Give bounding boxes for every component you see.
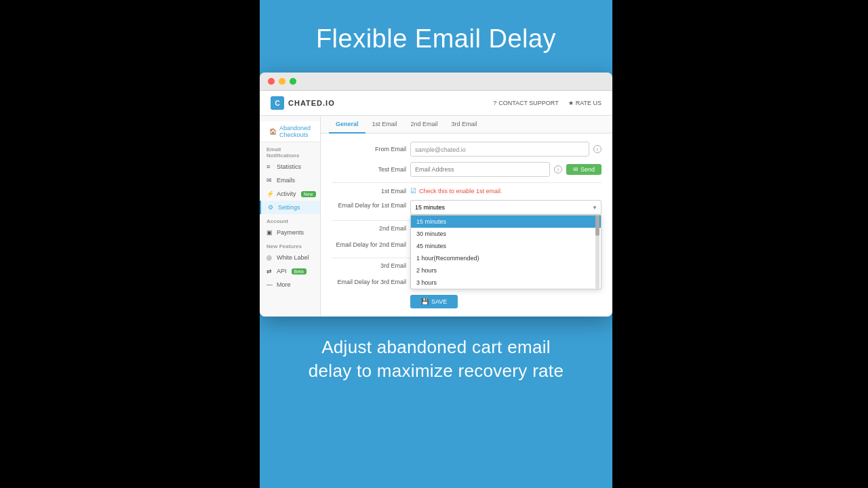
dropdown-scrollthumb <box>595 216 599 236</box>
sidebar-item-api-label: API <box>277 268 287 274</box>
dropdown-scrollbar <box>595 216 599 289</box>
activity-icon: ⚡ <box>267 190 273 197</box>
emails-icon: ✉ <box>267 177 273 184</box>
from-email-info-icon[interactable]: i <box>593 145 601 153</box>
breadcrumb: 🏠 Abandoned Checkouts <box>260 121 320 142</box>
dropdown-option-30min[interactable]: 30 minutes <box>411 228 601 240</box>
dropdown-option-1hr[interactable]: 1 hour(Recommended) <box>411 252 601 264</box>
email-delay-2nd-label: Email Delay for 2nd Email <box>332 241 406 248</box>
payments-icon: ▣ <box>267 229 273 236</box>
header-actions: ? CONTACT SUPPORT ★ RATE US <box>493 100 601 106</box>
email-delay-1st-select-wrapper: 15 minutes ▼ 15 minutes 30 minutes 45 mi… <box>410 200 601 215</box>
save-icon: 💾 <box>421 298 429 305</box>
app-body: 🏠 Abandoned Checkouts Email Notification… <box>260 116 612 317</box>
api-icon: ⇄ <box>267 268 273 274</box>
activity-badge: New <box>301 191 316 197</box>
form-area: From Email sample@chated.io i Test Email… <box>321 134 612 317</box>
sidebar-section-new-features: New Features <box>260 239 320 251</box>
delay-select-value[interactable]: 15 minutes <box>410 200 601 215</box>
first-email-label: 1st Email <box>332 188 406 195</box>
home-icon: 🏠 <box>269 128 277 135</box>
window-titlebar <box>260 73 612 91</box>
dropdown-option-2hr[interactable]: 2 hours <box>411 264 601 277</box>
sidebar-item-emails[interactable]: ✉ Emails <box>260 174 320 187</box>
second-email-label: 2nd Email <box>332 225 406 232</box>
more-icon: — <box>267 281 273 288</box>
sidebar-item-payments-label: Payments <box>277 229 304 236</box>
tab-2nd-email[interactable]: 2nd Email <box>404 116 445 134</box>
question-icon: ? <box>493 100 496 106</box>
logo-text: CHATED.IO <box>288 99 335 107</box>
api-badge: Beta <box>292 268 307 274</box>
sidebar-item-statistics-label: Statistics <box>277 163 301 170</box>
from-email-label: From Email <box>332 146 406 152</box>
delay-dropdown: 15 minutes 30 minutes 45 minutes 1 hour(… <box>410 215 601 289</box>
tab-1st-email[interactable]: 1st Email <box>366 116 404 134</box>
logo-icon: C <box>271 96 284 110</box>
app-window: C CHATED.IO ? CONTACT SUPPORT ★ RATE US … <box>260 73 612 317</box>
settings-icon: ⚙ <box>268 204 275 211</box>
sidebar-item-more[interactable]: — More <box>260 278 320 291</box>
sidebar-section-account: Account <box>260 214 320 226</box>
right-black-panel <box>612 0 868 488</box>
hero-title: Flexible Email Delay <box>302 0 570 73</box>
statistics-icon: ≡ <box>267 163 273 170</box>
contact-support-btn[interactable]: ? CONTACT SUPPORT <box>493 100 559 106</box>
sidebar-item-activity[interactable]: ⚡ Activity New <box>260 187 320 201</box>
test-email-row: Test Email i ✉ Send <box>332 162 601 177</box>
first-email-checkbox[interactable]: ☑ <box>410 187 416 195</box>
tab-general[interactable]: General <box>329 116 366 134</box>
sidebar-item-api[interactable]: ⇄ API Beta <box>260 264 320 278</box>
window-maximize-dot[interactable] <box>290 78 296 85</box>
save-button[interactable]: 💾 SAVE <box>410 295 458 308</box>
send-button[interactable]: ✉ Send <box>566 164 601 175</box>
dropdown-option-15min[interactable]: 15 minutes <box>411 216 601 228</box>
third-email-label: 3rd Email <box>332 262 406 269</box>
sidebar-item-white-label[interactable]: ◎ White Label <box>260 251 320 264</box>
test-email-label: Test Email <box>332 166 406 173</box>
sidebar: 🏠 Abandoned Checkouts Email Notification… <box>260 116 321 317</box>
from-email-row: From Email sample@chated.io i <box>332 142 601 157</box>
sidebar-item-more-label: More <box>277 281 291 288</box>
sidebar-item-payments[interactable]: ▣ Payments <box>260 226 320 239</box>
test-email-input[interactable] <box>410 162 550 177</box>
sidebar-item-emails-label: Emails <box>277 177 295 184</box>
dropdown-option-45min[interactable]: 45 minutes <box>411 240 601 252</box>
window-minimize-dot[interactable] <box>279 78 285 85</box>
send-icon: ✉ <box>573 166 578 173</box>
divider-1 <box>332 182 601 183</box>
dropdown-scroll-container: 15 minutes 30 minutes 45 minutes 1 hour(… <box>411 216 601 289</box>
logo-area: C CHATED.IO <box>271 96 335 110</box>
from-email-value: sample@chated.io <box>410 142 589 157</box>
hero-subtitle: Adjust abandoned cart emaildelay to maxi… <box>288 317 584 403</box>
left-black-panel <box>0 0 260 488</box>
main-content: General 1st Email 2nd Email 3rd Email Fr… <box>321 116 612 317</box>
sidebar-item-statistics[interactable]: ≡ Statistics <box>260 160 320 174</box>
select-display[interactable]: 15 minutes ▼ <box>410 200 601 215</box>
sidebar-item-settings-label: Settings <box>278 204 300 211</box>
tabs-bar: General 1st Email 2nd Email 3rd Email <box>321 116 612 134</box>
star-icon: ★ <box>568 100 574 106</box>
tab-3rd-email[interactable]: 3rd Email <box>445 116 484 134</box>
first-email-row: 1st Email ☑ Check this to enable 1st ema… <box>332 187 601 195</box>
test-email-info-icon[interactable]: i <box>554 165 562 174</box>
email-delay-1st-row: Email Delay for 1st Email 15 minutes ▼ <box>332 200 601 215</box>
sidebar-item-activity-label: Activity <box>277 190 296 197</box>
sidebar-section-email-notifications: Email Notifications <box>260 142 320 160</box>
center-panel: Flexible Email Delay C CHATED.IO ? CONTA… <box>260 0 612 488</box>
email-delay-3rd-label: Email Delay for 3rd Email <box>332 279 406 285</box>
window-close-dot[interactable] <box>268 78 275 85</box>
dropdown-option-3hr[interactable]: 3 hours <box>411 277 601 289</box>
white-label-icon: ◎ <box>267 254 273 261</box>
sidebar-item-settings[interactable]: ⚙ Settings <box>260 201 320 214</box>
first-email-checkbox-label: Check this to enable 1st email. <box>419 188 502 195</box>
app-header: C CHATED.IO ? CONTACT SUPPORT ★ RATE US <box>260 91 612 116</box>
sidebar-item-white-label-label: White Label <box>277 254 309 261</box>
email-delay-1st-label: Email Delay for 1st Email <box>332 202 406 209</box>
rate-us-btn[interactable]: ★ RATE US <box>568 100 601 106</box>
select-caret: ▼ <box>592 205 597 211</box>
